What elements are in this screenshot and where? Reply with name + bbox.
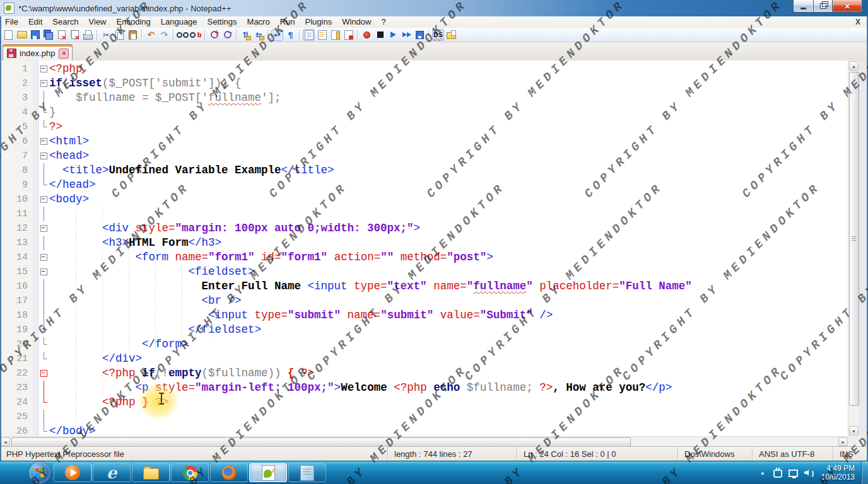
fold-toggle-icon[interactable]: [39, 76, 49, 91]
fold-toggle-icon[interactable]: [39, 192, 49, 207]
close-all-icon[interactable]: [69, 29, 81, 41]
zoom-out-icon[interactable]: [221, 29, 233, 41]
code-line-2[interactable]: if(isset($_POST['submit'])) {: [49, 76, 848, 91]
code-line-21[interactable]: </div>: [49, 352, 848, 366]
code-line-24[interactable]: <?php } ?>: [49, 395, 848, 410]
document-map-icon[interactable]: [329, 29, 341, 41]
run-macro-multiple-icon[interactable]: [401, 29, 413, 41]
print-icon[interactable]: [82, 29, 94, 41]
fold-toggle-icon[interactable]: [39, 265, 49, 279]
save-file-icon[interactable]: [29, 29, 41, 41]
zoom-in-icon[interactable]: [208, 29, 220, 41]
taskbar-button-windows-explorer[interactable]: [132, 463, 170, 482]
restore-button[interactable]: [814, 0, 832, 13]
fold-toggle-icon[interactable]: [39, 62, 49, 76]
taskbar-button-notepad[interactable]: [288, 463, 326, 482]
sync-vertical-icon[interactable]: [240, 29, 252, 41]
tab-close-icon[interactable]: ×: [59, 49, 69, 59]
scroll-left-arrow-icon[interactable]: ◄: [1, 437, 10, 446]
code-line-3[interactable]: $fullname = $_POST['fullname'];: [49, 91, 848, 105]
explorer-plugin-icon[interactable]: [445, 29, 457, 41]
cut-icon[interactable]: [100, 29, 112, 41]
menu-macro[interactable]: Macro: [242, 16, 275, 28]
code-line-17[interactable]: <br />: [49, 294, 848, 308]
code-line-25[interactable]: [49, 410, 848, 424]
open-file-icon[interactable]: [16, 29, 28, 41]
minimize-button[interactable]: [793, 0, 814, 13]
replace-icon[interactable]: [190, 29, 202, 41]
code-line-13[interactable]: <h3>HTML Form</h3>: [49, 236, 848, 250]
menu-plugins[interactable]: Plugins: [300, 16, 337, 28]
menu-language[interactable]: Language: [156, 16, 202, 28]
bookmark-margin[interactable]: [35, 60, 39, 436]
stop-macro-icon[interactable]: [374, 29, 386, 41]
record-macro-icon[interactable]: [361, 29, 373, 41]
play-macro-icon[interactable]: [387, 29, 399, 41]
menu-window[interactable]: Window: [337, 16, 376, 28]
horizontal-scrollbar-thumb[interactable]: [11, 437, 631, 447]
show-all-chars-icon[interactable]: [284, 29, 296, 41]
scroll-down-arrow-icon[interactable]: ▼: [849, 426, 859, 435]
menu-close-document-button[interactable]: X: [855, 18, 860, 26]
paste-icon[interactable]: [127, 29, 139, 41]
code-line-6[interactable]: <html>: [49, 134, 848, 149]
taskbar-clock[interactable]: 4:49 PM 10/6/2013: [821, 464, 855, 481]
tab-index-php[interactable]: index.php ×: [3, 44, 73, 60]
menu-file[interactable]: File: [0, 16, 23, 28]
taskbar-button-firefox[interactable]: [210, 463, 248, 482]
undo-icon[interactable]: [145, 29, 157, 41]
code-line-15[interactable]: <fieldset>: [49, 265, 848, 279]
fold-toggle-icon[interactable]: [39, 250, 49, 265]
horizontal-scrollbar[interactable]: ◄ ►: [0, 436, 848, 447]
code-line-12[interactable]: <div style="margin: 100px auto 0;width: …: [49, 221, 848, 236]
show-hidden-icons-button[interactable]: ▲: [755, 470, 770, 476]
new-file-icon[interactable]: [3, 29, 15, 41]
vertical-scrollbar[interactable]: ▲ ▼: [848, 60, 859, 436]
network-tray-icon[interactable]: [789, 470, 798, 477]
power-tray-icon[interactable]: [773, 470, 782, 478]
code-editor[interactable]: 1234567891011121314151617181920212223242…: [0, 60, 868, 436]
menu-help[interactable]: ?: [376, 16, 390, 28]
vertical-scrollbar-thumb[interactable]: [849, 72, 859, 406]
code-line-5[interactable]: ?>: [49, 120, 848, 134]
sync-horizontal-icon[interactable]: [253, 29, 265, 41]
menu-search[interactable]: Search: [47, 16, 83, 28]
function-list-icon[interactable]: [316, 29, 328, 41]
code-line-14[interactable]: <form name="form1" id="form1" action="" …: [49, 250, 848, 265]
document-monitor-icon[interactable]: [343, 29, 355, 41]
code-line-7[interactable]: <head>: [49, 149, 848, 163]
show-desktop-button[interactable]: [861, 461, 868, 484]
code-line-10[interactable]: <body>: [49, 192, 848, 207]
menu-view[interactable]: View: [84, 16, 112, 28]
copy-icon[interactable]: [114, 29, 126, 41]
save-all-icon[interactable]: [42, 29, 54, 41]
taskbar-button-internet-explorer[interactable]: e: [93, 463, 131, 482]
menu-edit[interactable]: Edit: [23, 16, 47, 28]
taskbar-button-notepad-plus-plus[interactable]: [249, 463, 287, 482]
close-button[interactable]: ×: [832, 0, 862, 13]
fold-toggle-icon[interactable]: [39, 366, 49, 381]
menu-settings[interactable]: Settings: [202, 16, 242, 28]
indent-guide-icon[interactable]: [303, 29, 315, 41]
code-line-23[interactable]: <p style="margin-left: 100px;">Welcome <…: [49, 381, 848, 395]
fold-toggle-icon[interactable]: [39, 149, 49, 163]
fold-margin[interactable]: [39, 60, 49, 436]
code-line-19[interactable]: </fieldset>: [49, 323, 848, 337]
scroll-up-arrow-icon[interactable]: ▲: [849, 61, 859, 71]
scroll-right-arrow-icon[interactable]: ►: [838, 437, 848, 446]
code-line-8[interactable]: <title>Undefined Variable Example</title…: [49, 163, 848, 178]
find-icon[interactable]: [177, 29, 189, 41]
start-button[interactable]: [29, 462, 50, 483]
volume-tray-icon[interactable]: [804, 468, 814, 478]
code-line-20[interactable]: </form>: [49, 337, 848, 352]
code-line-1[interactable]: <?php: [49, 62, 848, 76]
redo-icon[interactable]: [158, 29, 170, 41]
code-area[interactable]: <?phpif(isset($_POST['submit'])) { $full…: [49, 60, 848, 436]
taskbar-button-chrome[interactable]: [171, 463, 209, 482]
fold-toggle-icon[interactable]: [39, 221, 49, 236]
close-file-icon[interactable]: [56, 29, 67, 41]
save-macro-icon[interactable]: [414, 29, 426, 41]
code-line-11[interactable]: [49, 207, 848, 221]
fold-toggle-icon[interactable]: [39, 134, 49, 149]
menu-run[interactable]: Run: [275, 16, 300, 28]
